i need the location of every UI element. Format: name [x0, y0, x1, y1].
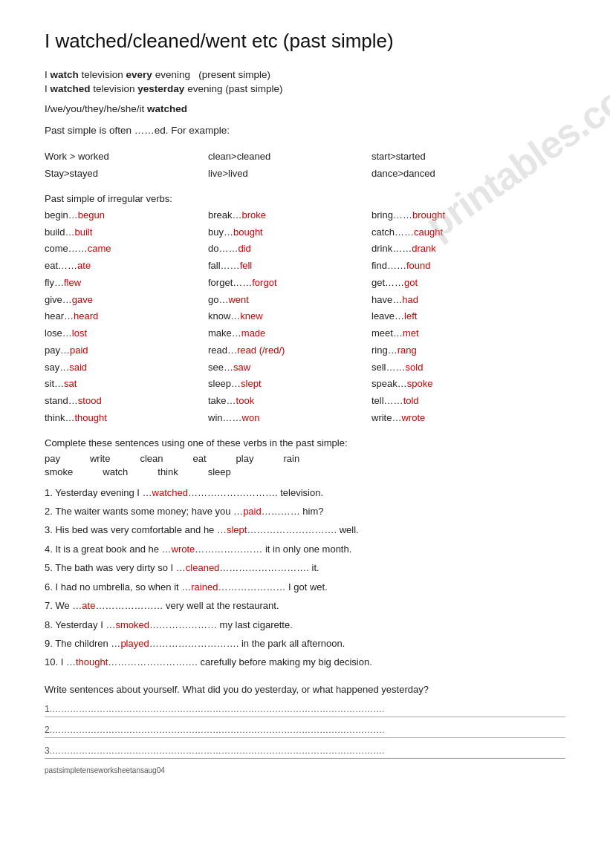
- intro-line-1: I watch television every evening (presen…: [45, 69, 565, 80]
- sentence-5: 5. The bath was very dirty so I …cleaned…: [45, 560, 565, 575]
- write-section: Write sentences about yourself. What did…: [45, 682, 565, 759]
- sentence-3: 3. His bed was very comfortable and he ……: [45, 522, 565, 538]
- sentences-list: 1. Yesterday evening I …watched…………………………: [45, 485, 565, 670]
- sentence-6: 6. I had no umbrella, so when it …rained…: [45, 579, 565, 595]
- write-line-1: 1.………………………………………………………………………………………………….: [45, 704, 565, 717]
- irregular-verbs: begin…begun break…broke bring……brought b…: [45, 207, 565, 427]
- sentence-4: 4. It is a great book and he …wrote………………: [45, 541, 565, 557]
- footer: pastsimpletenseworksheetansaug04: [45, 766, 565, 774]
- sentence-7: 7. We …ate………………… very well at the resta…: [45, 598, 565, 613]
- sentence-10: 10. I …thought………………………. carefully befor…: [45, 654, 565, 670]
- verb-row-1: pay write clean eat play rain: [45, 453, 565, 464]
- sentence-1: 1. Yesterday evening I …watched…………………………: [45, 485, 565, 500]
- sentence-2: 2. The waiter wants some money; have you…: [45, 503, 565, 519]
- past-note: Past simple is often ……ed. For example:: [45, 125, 565, 136]
- regular-examples: Work > worked clean>cleaned start>starte…: [45, 148, 565, 183]
- write-line-2: 2.………………………………………………………………………………………………….: [45, 725, 565, 738]
- verb-row-2: smoke watch think sleep: [45, 466, 565, 477]
- write-line-3: 3.………………………………………………………………………………………………….: [45, 745, 565, 759]
- complete-instruction: Complete these sentences using one of th…: [45, 437, 565, 448]
- pronoun-line: I/we/you/they/he/she/it watched: [45, 103, 565, 114]
- sentence-8: 8. Yesterday I …smoked………………… my last ci…: [45, 617, 565, 633]
- page-title: I watched/cleaned/went etc (past simple): [45, 30, 565, 53]
- intro-line-2: I watched television yesterday evening (…: [45, 83, 565, 94]
- write-prompt: Write sentences about yourself. What did…: [45, 682, 565, 698]
- irregular-title: Past simple of irregular verbs:: [45, 193, 565, 204]
- sentence-9: 9. The children …played………………………. in the…: [45, 636, 565, 651]
